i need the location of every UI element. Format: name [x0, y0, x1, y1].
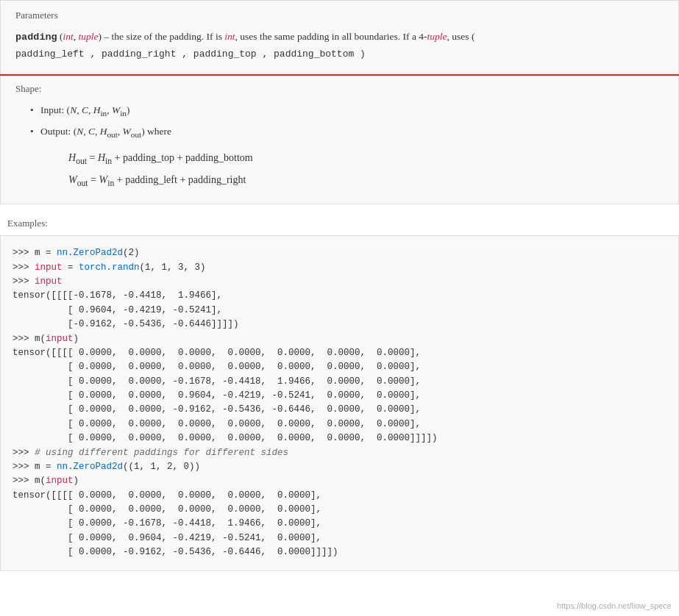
code-prompt-7: >>>: [13, 476, 35, 486]
code-block: >>> m = nn.ZeroPad2d(2) >>> input = torc…: [0, 235, 679, 570]
code-var-m2: m =: [35, 462, 57, 472]
watermark: https://blog.csdn.net/liow_spece: [557, 601, 672, 610]
code-assign: =: [63, 262, 79, 273]
code-input-var: input: [35, 262, 63, 273]
param-desc-int: int: [224, 31, 235, 42]
wout-formula: Wout = Win + padding_left + padding_righ…: [68, 170, 664, 192]
examples-label: Examples:: [0, 218, 679, 229]
code-input-arg2: input: [46, 476, 74, 486]
param-name: padding: [15, 32, 57, 43]
shape-input-item: Input: (N, C, Hin, Win): [30, 102, 664, 121]
code-randn-args: (1, 1, 3, 3): [140, 262, 206, 273]
code-prompt-1: >>>: [13, 248, 35, 258]
shape-section: Shape: Input: (N, C, Hin, Win) Output: (…: [0, 76, 679, 204]
code-prompt-3: >>>: [13, 276, 35, 287]
code-args2: ((1, 1, 2, 0)): [123, 462, 200, 472]
code-prompt-4: >>>: [13, 334, 35, 344]
code-m-call1-close: ): [74, 334, 79, 344]
param-entry: padding (int, tuple) – the size of the p…: [15, 29, 664, 62]
params-title: Parameters: [15, 10, 664, 21]
code-prompt-6: >>>: [13, 462, 35, 472]
code-func-randn: torch.randn: [79, 262, 140, 273]
param-desc5: , uses (: [447, 31, 475, 42]
shape-title: Shape:: [15, 83, 664, 95]
shape-list: Input: (N, C, Hin, Win) Output: (N, C, H…: [30, 102, 664, 142]
code-input-arg1: input: [46, 334, 74, 344]
param-comma: ,: [74, 31, 79, 42]
shape-output-item: Output: (N, C, Hout, Wout) where: [30, 123, 664, 142]
code-m-call1: m(: [35, 334, 46, 344]
param-desc3: , uses the same padding in all boundarie…: [235, 31, 427, 42]
params-section: Parameters padding (int, tuple) – the si…: [0, 0, 679, 74]
code-func-zeropad1: nn.ZeroPad2d: [57, 248, 123, 258]
code-input-print: input: [35, 276, 63, 287]
code-tensor3: tensor([[[[ 0.0000, 0.0000, 0.0000, 0.00…: [13, 490, 338, 558]
param-type-tuple: tuple: [79, 31, 99, 42]
code-prompt-5: >>>: [13, 448, 35, 458]
param-desc: – the size of the padding. If is: [104, 31, 221, 42]
param-code: padding_left , padding_right , padding_t…: [15, 49, 366, 60]
param-type-int: int: [63, 31, 74, 42]
shape-input-label: Input: (N, C, Hin, Win): [40, 104, 129, 115]
code-args1: (2): [123, 248, 140, 258]
code-prompt-2: >>>: [13, 262, 35, 273]
code-var-m1: m =: [35, 248, 57, 258]
param-desc-tuple: tuple: [427, 31, 447, 42]
code-tensor1: tensor([[[[-0.1678, -0.4418, 1.9466], [ …: [13, 290, 239, 329]
code-comment1: # using different paddings for different…: [35, 448, 288, 458]
code-tensor2: tensor([[[[ 0.0000, 0.0000, 0.0000, 0.00…: [13, 348, 438, 443]
code-func-zeropad2: nn.ZeroPad2d: [57, 462, 123, 472]
hout-formula: Hout = Hin + padding_top + padding_botto…: [68, 148, 664, 170]
math-block: Hout = Hin + padding_top + padding_botto…: [42, 148, 664, 192]
shape-output-label: Output: (N, C, Hout, Wout) where: [40, 126, 171, 137]
code-m-call2-close: ): [74, 476, 79, 486]
code-m-call2: m(: [35, 476, 46, 486]
param-type-close: ): [99, 31, 102, 42]
